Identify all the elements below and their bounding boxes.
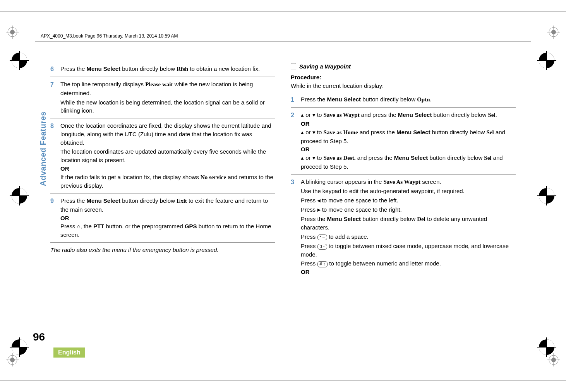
step-6: 6 Press the Menu Select button directly … — [50, 62, 275, 77]
step-body: ▴ or ▾ to Save as Waypt and press the Me… — [301, 111, 516, 171]
down-arrow-icon: ▾ — [312, 129, 316, 135]
step-number: 6 — [50, 65, 56, 74]
text: While the new location is being determin… — [60, 98, 275, 115]
step-7: 7 The top line temporarily displays Plea… — [50, 78, 275, 118]
text: The location coordinates are updated aut… — [60, 147, 275, 164]
text: to — [316, 154, 324, 161]
content-area: 6 Press the Menu Select button directly … — [50, 62, 516, 280]
text: to toggle between mixed case mode, upper… — [301, 243, 509, 258]
header-rule — [35, 41, 531, 41]
right-arrow-icon: ▸ — [317, 206, 321, 213]
menu-select-label: Menu Select — [327, 216, 361, 222]
menu-save-as-home: Save as Home — [324, 129, 358, 135]
menu-select-label: Menu Select — [396, 129, 431, 135]
page-frame: APX_4000_M3.book Page 96 Thursday, March… — [0, 12, 566, 380]
text: button, or the preprogrammed — [104, 223, 185, 229]
step-3: 3 A blinking cursor appears in the Save … — [291, 175, 516, 279]
text: Use the keypad to edit the auto-generate… — [301, 187, 516, 195]
text: The top line temporarily displays — [60, 81, 145, 87]
text: . — [496, 111, 497, 118]
section-label: Advanced Features — [39, 111, 48, 186]
section-heading: Saving a Waypoint — [291, 62, 516, 71]
star-key-icon: * – — [317, 235, 327, 240]
menu-select-label: Menu Select — [394, 154, 428, 161]
note-text: The radio also exits the menu if the eme… — [50, 246, 275, 254]
step-body: The top line temporarily displays Please… — [60, 80, 275, 115]
registration-mark-icon — [537, 51, 556, 70]
text: button directly below — [428, 154, 484, 161]
right-column: Saving a Waypoint Procedure: While in th… — [291, 62, 516, 280]
text: button directly below — [430, 129, 486, 135]
down-arrow-icon: ▾ — [312, 111, 316, 118]
text: to toggle between numeric and letter mod… — [328, 260, 441, 267]
section-title: Saving a Waypoint — [299, 62, 351, 71]
text: button directly below — [432, 111, 488, 118]
step-body: Press the Menu Select button directly be… — [301, 95, 516, 104]
text: to — [316, 129, 324, 135]
text: Press — [301, 260, 317, 267]
or-label: OR — [60, 214, 275, 223]
text: and press the — [360, 111, 398, 118]
menu-select-label: Menu Select — [87, 65, 121, 72]
text: or — [304, 154, 312, 161]
text: button directly below — [120, 65, 177, 72]
home-icon: ⌂ — [77, 223, 81, 229]
step-body: Once the location coordinates are fixed,… — [60, 122, 275, 190]
step-body: Press the Menu Select button directly be… — [60, 65, 275, 74]
page-icon — [291, 63, 296, 70]
registration-mark-icon — [537, 186, 556, 205]
gps-label: GPS — [185, 223, 197, 229]
up-arrow-icon: ▴ — [301, 154, 304, 161]
step-number: 7 — [50, 80, 56, 115]
display-please-wait: Please wait — [145, 81, 173, 87]
procedure-description: While in the current location display: — [291, 82, 516, 90]
menu-select-label: Menu Select — [398, 111, 432, 118]
menu-select-label: Menu Select — [87, 197, 121, 204]
registration-mark-icon — [10, 186, 29, 205]
menu-save-as-waypt: Save as Waypt — [324, 112, 360, 118]
step-body: A blinking cursor appears in the Save As… — [301, 178, 516, 276]
text: Press — [301, 197, 317, 204]
procedure-label: Procedure: — [291, 73, 516, 82]
hash-key-icon: # ↑ — [317, 261, 328, 267]
page-header: APX_4000_M3.book Page 96 Thursday, March… — [41, 33, 178, 39]
text: and press the — [355, 154, 394, 161]
softkey-del: Del — [417, 216, 425, 222]
text: to move one space to the left. — [321, 197, 398, 204]
text: to move one space to the right. — [321, 206, 402, 213]
step-2: 2 ▴ or ▾ to Save as Waypt and press the … — [291, 108, 516, 174]
menu-save-as-dest: Save as Dest. — [324, 155, 356, 161]
text: to obtain a new location fix. — [188, 65, 260, 72]
text: or — [304, 111, 312, 118]
text: Press the — [60, 65, 87, 72]
text: Press the — [60, 197, 87, 204]
step-1: 1 Press the Menu Select button directly … — [291, 93, 516, 108]
down-arrow-icon: ▾ — [312, 154, 316, 161]
step-9: 9 Press the Menu Select button directly … — [50, 194, 275, 243]
language-badge: English — [53, 347, 85, 358]
step-number: 9 — [50, 197, 56, 239]
text: to — [316, 111, 324, 118]
softkey-sel: Sel — [484, 155, 491, 161]
softkey-exit: Exit — [177, 198, 187, 204]
text: button directly below — [361, 216, 417, 222]
text: button directly below — [361, 96, 417, 103]
page-number: 96 — [33, 331, 45, 343]
text: Once the location coordinates are fixed,… — [60, 122, 275, 147]
text: Press — [301, 233, 317, 240]
or-label: OR — [60, 164, 275, 173]
registration-mark-icon — [10, 337, 29, 357]
text: to add a space. — [327, 233, 369, 240]
step-8: 8 Once the location coordinates are fixe… — [50, 119, 275, 193]
text: Press — [60, 223, 77, 229]
zero-key-icon: 0 ◦ — [317, 244, 327, 250]
step-number: 2 — [291, 111, 296, 171]
or-label: OR — [301, 268, 516, 276]
text: Press the — [301, 96, 327, 103]
up-arrow-icon: ▴ — [301, 129, 304, 135]
text: Press the — [301, 216, 327, 222]
text: or — [304, 129, 312, 135]
ptt-label: PTT — [93, 223, 104, 229]
text: If the radio fails to get a location fix… — [60, 174, 201, 180]
text: button directly below — [120, 197, 177, 204]
